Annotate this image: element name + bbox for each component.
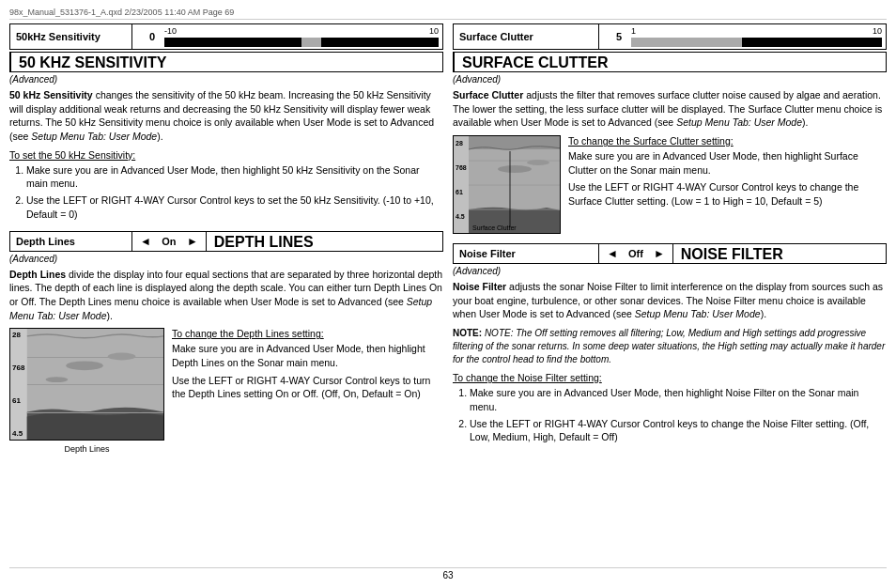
sc-sonar-svg: 28 768 61 4.5 Surface Clutter <box>454 136 561 234</box>
sensitivity-body: 50 kHz Sensitivity changes the sensitivi… <box>9 88 443 144</box>
sc-slider-min: 1 <box>631 26 636 36</box>
sensitivity-bold: 50 kHz Sensitivity <box>9 89 93 101</box>
surface-clutter-value: 5 <box>599 24 627 49</box>
sensitivity-step1: Make sure you are in Advanced User Mode,… <box>26 163 443 191</box>
surface-clutter-instructions: To change the Surface Clutter setting: M… <box>568 135 887 209</box>
noise-filter-section: Noise Filter ◄ Off ► NOISE FILTER (Advan… <box>453 243 887 444</box>
sensitivity-set-heading: To set the 50 kHz Sensitivity: <box>9 149 443 161</box>
surface-clutter-advanced: (Advanced) <box>453 74 887 85</box>
depth-lines-img-container: 28 768 61 4.5 <box>9 328 164 454</box>
depth-line-2 <box>27 384 163 385</box>
depth-line-3 <box>27 412 163 413</box>
noise-filter-steps: Make sure you are in Advanced User Mode,… <box>453 386 887 444</box>
sensitivity-value: 0 <box>132 24 161 49</box>
sc-slider-fill <box>631 38 744 47</box>
surface-clutter-section: Surface Clutter 5 1 10 SURFACE CLUTTER <box>453 23 887 234</box>
depth-lines-value: On <box>155 236 183 247</box>
nf-step2: Use the LEFT or RIGHT 4-WAY Cursor Contr… <box>470 417 887 444</box>
sc-bold: Surface Clutter <box>453 89 523 101</box>
page-number: 63 <box>9 567 887 580</box>
sensitivity-slider[interactable]: -10 10 <box>161 24 442 49</box>
sc-set-heading: To change the Surface Clutter setting: <box>568 135 887 147</box>
svg-text:4.5: 4.5 <box>456 213 465 220</box>
noise-filter-selector[interactable]: ◄ Off ► <box>599 244 672 263</box>
sensitivity-step2: Use the LEFT or RIGHT 4-WAY Cursor Contr… <box>26 193 443 221</box>
depth-lines-step1: Make sure you are in Advanced User Mode,… <box>172 342 443 369</box>
noise-filter-label: Noise Filter <box>454 244 599 263</box>
surface-clutter-slider-track[interactable] <box>631 38 882 47</box>
sensitivity-slider-track[interactable] <box>164 38 439 47</box>
surface-clutter-menu-box: Surface Clutter 5 1 10 <box>453 23 887 50</box>
depth-label-28: 28 <box>12 331 24 339</box>
depth-line-1 <box>27 357 163 358</box>
depth-lines-advanced: (Advanced) <box>9 254 443 264</box>
nf-step1: Make sure you are in Advanced User Mode,… <box>470 386 887 413</box>
surface-clutter-body: Surface Clutter adjusts the filter that … <box>453 88 887 130</box>
sc-step1: Make sure you are in Advanced User Mode,… <box>568 149 887 177</box>
depth-lines-menu-box: Depth Lines ◄ On ► DEPTH LINES <box>9 231 443 252</box>
depth-lines-instructions: To change the Depth Lines setting: Make … <box>172 328 443 401</box>
noise-filter-right-arrow[interactable]: ► <box>654 247 665 260</box>
svg-point-9 <box>498 165 532 173</box>
depth-lines-set-heading: To change the Depth Lines setting: <box>172 328 443 339</box>
sensitivity-advanced: (Advanced) <box>9 74 443 85</box>
depth-lines-left-arrow[interactable]: ◄ <box>140 235 151 248</box>
noise-filter-left-arrow[interactable]: ◄ <box>607 247 618 260</box>
sensitivity-label: 50kHz Sensitivity <box>10 24 132 49</box>
sensitivity-heading-box: 50 KHZ SENSITIVITY <box>9 52 443 72</box>
depth-lines-caption: Depth Lines <box>64 444 109 454</box>
depth-lines-body: Depth Lines divide the display into four… <box>9 268 443 323</box>
two-column-layout: 50kHz Sensitivity 0 -10 10 50 KHZ SENSIT… <box>9 23 887 564</box>
surface-clutter-image: 28 768 61 4.5 Surface Clutter <box>453 135 561 234</box>
svg-text:61: 61 <box>456 189 463 195</box>
svg-point-4 <box>46 377 69 382</box>
left-column: 50kHz Sensitivity 0 -10 10 50 KHZ SENSIT… <box>9 23 443 564</box>
depth-label-61: 61 <box>12 396 24 405</box>
surface-clutter-heading: SURFACE CLUTTER <box>454 53 886 71</box>
depth-lines-ref: Setup Menu Tab: User Mode <box>9 296 432 321</box>
noise-filter-note: NOTE: NOTE: The Off setting removes all … <box>453 327 887 366</box>
noise-filter-heading: NOISE FILTER <box>672 244 886 263</box>
depth-lines-right-arrow[interactable]: ► <box>187 235 198 248</box>
surface-clutter-slider-labels: 1 10 <box>631 26 882 36</box>
svg-point-2 <box>66 362 103 371</box>
depth-lines-heading: DEPTH LINES <box>206 232 442 251</box>
sc-slider-max: 10 <box>873 26 882 36</box>
depth-label-45: 4.5 <box>12 429 24 438</box>
depth-lines-content: 28 768 61 4.5 <box>9 328 443 454</box>
nf-ref: Setup Menu Tab: User Mode <box>635 308 761 319</box>
right-column: Surface Clutter 5 1 10 SURFACE CLUTTER <box>453 23 887 564</box>
noise-filter-value: Off <box>622 248 650 259</box>
sensitivity-ref: Setup Menu Tab: User Mode <box>31 131 157 142</box>
nf-set-heading: To change the Noise Filter setting: <box>453 372 887 383</box>
sensitivity-slider-labels: -10 10 <box>164 26 439 36</box>
page-num-text: 63 <box>442 570 453 580</box>
sc-step2: Use the LEFT or RIGHT 4-WAY Cursor Contr… <box>568 180 887 208</box>
svg-text:28: 28 <box>456 140 463 147</box>
surface-clutter-heading-box: SURFACE CLUTTER <box>453 52 887 72</box>
noise-filter-advanced: (Advanced) <box>453 266 887 276</box>
slider-max: 10 <box>429 26 439 36</box>
surface-clutter-slider[interactable]: 1 10 <box>627 24 886 49</box>
doc-info: 98x_Manual_531376-1_A.qxd 2/23/2005 11:4… <box>9 8 234 17</box>
depth-lines-section: Depth Lines ◄ On ► DEPTH LINES (Advanced… <box>9 231 443 455</box>
slider-min: -10 <box>164 26 177 36</box>
noise-filter-menu-box: Noise Filter ◄ Off ► NOISE FILTER <box>453 243 887 264</box>
note-content: NOTE: The Off setting removes all filter… <box>453 328 885 364</box>
sensitivity-steps: Make sure you are in Advanced User Mode,… <box>9 163 443 222</box>
sonar-depth-labels: 28 768 61 4.5 <box>10 329 26 440</box>
surface-clutter-content: 28 768 61 4.5 Surface Clutter To change … <box>453 135 887 234</box>
depth-lines-image: 28 768 61 4.5 <box>9 328 164 441</box>
svg-text:768: 768 <box>456 164 467 171</box>
note-label: NOTE: <box>453 328 482 338</box>
depth-lines-bold: Depth Lines <box>9 269 66 280</box>
depth-lines-step2: Use the LEFT or RIGHT 4-WAY Cursor Contr… <box>172 374 443 401</box>
depth-label-768: 768 <box>12 364 24 372</box>
page: 98x_Manual_531376-1_A.qxd 2/23/2005 11:4… <box>0 0 896 588</box>
sensitivity-section: 50kHz Sensitivity 0 -10 10 50 KHZ SENSIT… <box>9 23 443 222</box>
sensitivity-slider-fill <box>301 38 323 47</box>
sensitivity-menu-box: 50kHz Sensitivity 0 -10 10 <box>9 23 443 50</box>
depth-lines-selector[interactable]: ◄ On ► <box>132 232 206 251</box>
sensitivity-heading: 50 KHZ SENSITIVITY <box>10 53 442 71</box>
nf-bold: Noise Filter <box>453 281 506 292</box>
